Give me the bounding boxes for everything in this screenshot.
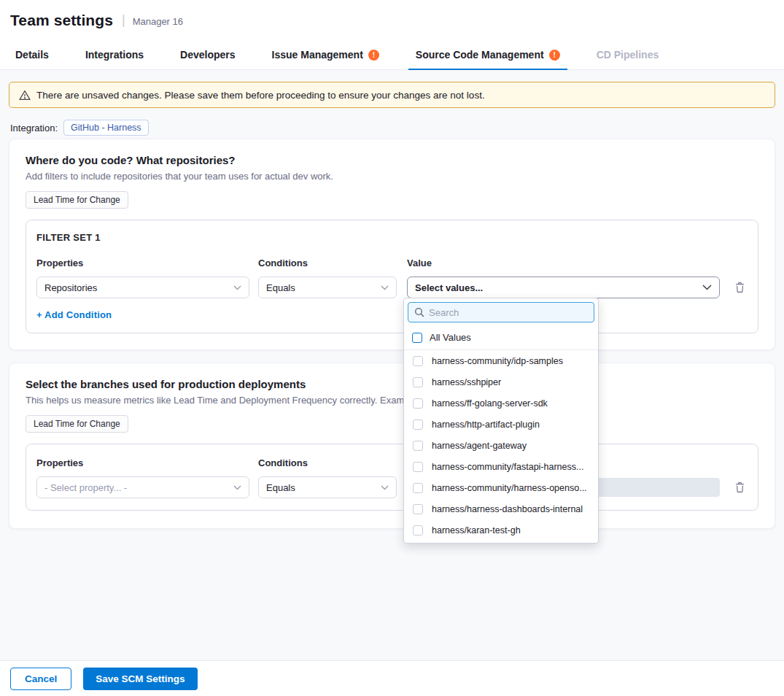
warning-badge-icon: !: [368, 50, 379, 61]
checkbox-icon[interactable]: [413, 462, 423, 472]
repository-option-label: harness-community/harness-openso...: [432, 483, 587, 493]
filter-column-headers: Properties Conditions Value: [36, 258, 748, 268]
chevron-down-icon: [233, 485, 241, 490]
warning-badge-icon: !: [549, 50, 560, 61]
repositories-card-title: Where do you code? What repositories?: [26, 154, 758, 166]
title-separator: |: [122, 12, 125, 28]
dropdown-search-box: [408, 302, 594, 322]
repository-option[interactable]: harness-community/harness-openso...: [404, 477, 598, 498]
checkbox-icon[interactable]: [412, 333, 422, 343]
checkbox-icon[interactable]: [413, 419, 423, 430]
chevron-down-icon: [381, 285, 389, 290]
repositories-card-subtitle: Add filters to include repositories that…: [26, 171, 758, 182]
checkbox-icon[interactable]: [413, 525, 423, 535]
all-values-option[interactable]: All Values: [404, 326, 598, 350]
team-name-label: Manager 16: [133, 14, 183, 27]
chevron-down-icon: [233, 285, 241, 290]
property-select[interactable]: - Select property... -: [36, 476, 249, 498]
repository-option-label: harness/http-artifact-plugin: [432, 419, 540, 430]
value-multiselect[interactable]: Select values...: [407, 277, 720, 298]
integration-chip[interactable]: GitHub - Harness: [63, 120, 149, 136]
repository-option[interactable]: harness/internal-idp-dashboard: [404, 541, 598, 544]
conditions-header: Conditions: [258, 457, 397, 468]
tab-integrations-label: Integrations: [85, 49, 144, 61]
delete-filter-button[interactable]: [733, 280, 747, 295]
checkbox-icon[interactable]: [413, 377, 423, 387]
condition-select-value: Equals: [266, 282, 295, 293]
value-header: Value: [407, 258, 720, 268]
property-select-placeholder: - Select property... -: [44, 482, 127, 493]
filter-row: Repositories Equals Select values...: [36, 277, 748, 298]
repository-option-label: harness/harness-dashboards-internal: [432, 504, 583, 514]
properties-header: Properties: [36, 258, 249, 268]
filter-column-headers: Properties Conditions Value: [36, 457, 748, 468]
checkbox-icon[interactable]: [413, 504, 423, 514]
checkbox-icon[interactable]: [413, 441, 423, 451]
tab-issue-management[interactable]: Issue Management !: [269, 40, 382, 69]
repository-option-label: harness/ff-golang-server-sdk: [432, 398, 548, 409]
repository-option-label: harness-community/idp-samples: [432, 356, 563, 366]
tab-source-code-management[interactable]: Source Code Management !: [413, 40, 563, 69]
tab-cd-pipelines: CD Pipelines: [594, 40, 662, 69]
property-select-value: Repositories: [44, 282, 97, 293]
tab-issue-management-label: Issue Management: [272, 49, 363, 61]
condition-select[interactable]: Equals: [258, 277, 397, 298]
branches-card-title: Select the branches used for production …: [26, 378, 758, 390]
search-input[interactable]: [429, 307, 588, 318]
repository-option[interactable]: harness/karan-test-gh: [404, 519, 598, 541]
condition-select[interactable]: Equals: [258, 476, 397, 498]
repository-option[interactable]: harness/http-artifact-plugin: [404, 414, 598, 435]
search-icon: [414, 307, 424, 317]
page-title: Team settings: [10, 12, 113, 29]
condition-select-value: Equals: [266, 482, 295, 493]
value-select-placeholder: Select values...: [415, 282, 483, 293]
chevron-down-icon: [381, 485, 389, 490]
tab-integrations[interactable]: Integrations: [82, 40, 147, 69]
tab-developers-label: Developers: [180, 49, 235, 61]
page-header: Team settings | Manager 16: [0, 0, 784, 40]
checkbox-icon[interactable]: [413, 356, 423, 366]
properties-header: Properties: [36, 457, 249, 468]
add-condition-button[interactable]: + Add Condition: [36, 309, 112, 320]
tab-details[interactable]: Details: [12, 40, 52, 69]
chevron-down-icon: [702, 285, 712, 290]
integration-row: Integration: GitHub - Harness: [10, 120, 149, 136]
branches-filter-panel: Properties Conditions Value - Select pro…: [26, 444, 758, 511]
lead-time-chip: Lead Time for Change: [26, 415, 128, 433]
repository-option-label: harness/agent-gateway: [432, 441, 527, 451]
unsaved-changes-text: There are unsaved changes. Please save t…: [36, 90, 485, 101]
repository-option-label: harness/karan-test-gh: [432, 525, 521, 535]
tab-source-code-management-label: Source Code Management: [416, 49, 544, 61]
tab-cd-pipelines-label: CD Pipelines: [597, 49, 659, 61]
filter-set-panel: FILTER SET 1 Properties Conditions Value…: [26, 220, 758, 333]
repository-option[interactable]: harness-community/fastapi-harness...: [404, 456, 598, 477]
repository-option[interactable]: harness/harness-dashboards-internal: [404, 498, 598, 519]
integration-label: Integration:: [10, 123, 58, 134]
repository-option-label: harness/sshpiper: [432, 377, 501, 387]
repository-option[interactable]: harness-community/idp-samples: [404, 350, 598, 371]
repository-option[interactable]: harness/ff-golang-server-sdk: [404, 393, 598, 414]
tab-details-label: Details: [15, 49, 49, 61]
lead-time-chip: Lead Time for Change: [26, 191, 128, 209]
repository-option-label: harness-community/fastapi-harness...: [432, 462, 583, 472]
filter-row: - Select property... - Equals: [36, 476, 748, 498]
repository-option[interactable]: harness/agent-gateway: [404, 435, 598, 456]
checkbox-icon[interactable]: [413, 398, 423, 409]
repository-options-list: harness-community/idp-samples harness/ss…: [404, 350, 598, 544]
checkbox-icon[interactable]: [413, 483, 423, 493]
conditions-header: Conditions: [258, 258, 397, 268]
delete-filter-button[interactable]: [733, 480, 747, 495]
repository-option[interactable]: harness/sshpiper: [404, 371, 598, 393]
save-scm-settings-button[interactable]: Save SCM Settings: [83, 668, 197, 690]
footer-actions: Cancel Save SCM Settings: [0, 660, 784, 696]
repositories-card: Where do you code? What repositories? Ad…: [9, 139, 775, 350]
values-dropdown-panel: All Values harness-community/idp-samples…: [403, 298, 599, 544]
branches-card: Select the branches used for production …: [9, 363, 775, 529]
property-select[interactable]: Repositories: [36, 277, 249, 298]
all-values-label: All Values: [430, 332, 471, 343]
branches-card-subtitle: This helps us measure metrics like Lead …: [26, 395, 758, 406]
warning-triangle-icon: [19, 90, 31, 101]
settings-tabbar: Details Integrations Developers Issue Ma…: [0, 40, 784, 70]
cancel-button[interactable]: Cancel: [10, 668, 71, 690]
tab-developers[interactable]: Developers: [177, 40, 238, 69]
